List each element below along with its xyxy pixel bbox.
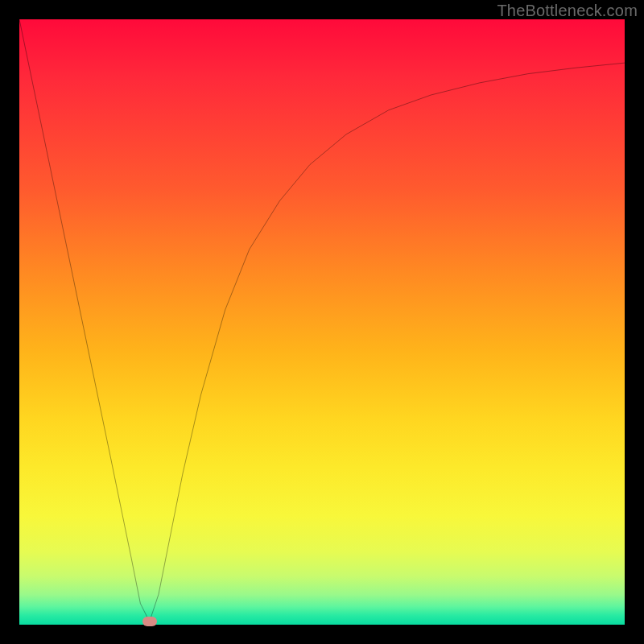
curve-path (19, 19, 625, 621)
bottleneck-curve (19, 19, 625, 625)
watermark-text: TheBottleneck.com (497, 2, 638, 20)
optimum-marker (142, 617, 157, 626)
chart-frame: TheBottleneck.com (0, 0, 644, 644)
plot-area (19, 19, 625, 625)
